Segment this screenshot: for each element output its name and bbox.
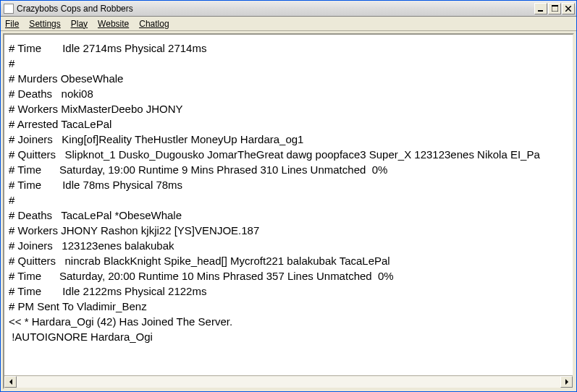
log-line: # Murders ObeseWhale [9,71,570,86]
log-line: # Time Saturday, 19:00 Runtime 9 Mins Ph… [9,162,570,177]
maximize-button[interactable] [548,3,561,14]
scroll-left-button[interactable] [4,376,17,388]
log-line: # Deaths noki08 [9,86,570,101]
content-wrapper: # Time Idle 2714ms Physical 2714ms## Mur… [1,31,576,391]
log-line: # Joiners 123123enes balakubak [9,238,570,253]
log-line: # Time Idle 78ms Physical 78ms [9,177,570,192]
menu-chatlog[interactable]: Chatlog [139,19,169,29]
horizontal-scrollbar[interactable] [4,375,573,388]
log-line: # [9,192,570,208]
log-line: # Deaths TacaLePal *ObeseWhale [9,208,570,223]
app-icon [4,4,14,14]
log-line: !AUTOIGNORE Hardara_Ogi [9,329,570,344]
scrollbar-track[interactable] [17,376,560,388]
window-controls [534,3,575,14]
arrow-left-icon [9,379,12,385]
log-line: << * Hardara_Ogi (42) Has Joined The Ser… [9,314,570,329]
close-button[interactable] [562,3,575,14]
svg-rect-0 [538,10,543,12]
titlebar-left: Crazybobs Cops and Robbers [4,4,133,14]
log-line: # Quitters Slipknot_1 Dusko_Dugousko Jom… [9,147,570,162]
log-line: # Workers MixMasterDeebo JHONY [9,101,570,116]
menubar: File Settings Play Website Chatlog [1,17,576,31]
log-line: # PM Sent To Vladimir_Benz [9,299,570,314]
log-line: # Time Idle 2714ms Physical 2714ms [9,41,570,56]
menu-play[interactable]: Play [71,19,88,29]
arrow-right-icon [565,379,568,385]
menu-file[interactable]: File [5,19,19,29]
window-title: Crazybobs Cops and Robbers [17,4,133,14]
application-window: Crazybobs Cops and Robbers File Settings… [0,0,577,392]
minimize-button[interactable] [534,3,547,14]
log-line: # [9,56,570,71]
log-line: # Quitters nincrab BlackKnight Spike_hea… [9,253,570,268]
log-line: # Workers JHONY Rashon kjkji22 [YS]VENJO… [9,223,570,238]
titlebar: Crazybobs Cops and Robbers [1,1,576,17]
menu-settings[interactable]: Settings [29,19,60,29]
log-line: # Time Saturday, 20:00 Runtime 10 Mins P… [9,268,570,284]
scroll-right-button[interactable] [560,376,573,388]
svg-rect-2 [552,5,558,7]
menu-website[interactable]: Website [98,19,129,29]
log-line: # Arrested TacaLePal [9,116,570,132]
log-line: # Joiners King[of]Reality TheHustler Mon… [9,132,570,147]
log-content[interactable]: # Time Idle 2714ms Physical 2714ms## Mur… [4,35,573,375]
log-line: # Time Idle 2122ms Physical 2122ms [9,284,570,299]
log-viewer: # Time Idle 2714ms Physical 2714ms## Mur… [3,33,574,389]
